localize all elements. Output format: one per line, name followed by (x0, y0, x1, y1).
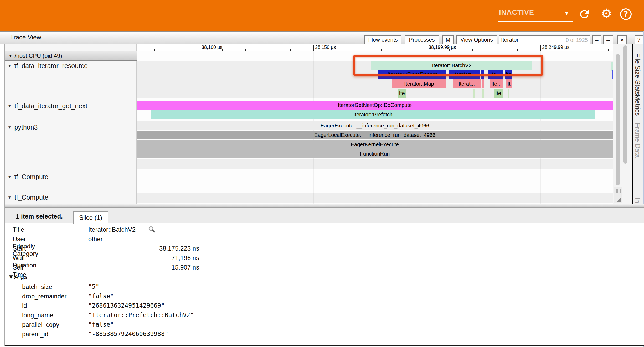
search-input[interactable]: Iterator 0 of 1925 (499, 35, 590, 44)
timeline-canvas[interactable]: Iterator::BatchV2 Iterator::FiniteRepeat… (137, 51, 613, 204)
dropdown-underline (498, 21, 573, 22)
bottom-border (5, 345, 644, 346)
vertical-scrollbar[interactable] (616, 54, 620, 185)
chevron-down-icon: ▾ (8, 195, 11, 200)
ruler-label: 38,249.99 µs (542, 45, 569, 50)
chevron-down-icon: ▾ (565, 9, 568, 17)
major-tick (313, 45, 314, 51)
ruler-label: 38,150 µs (315, 45, 336, 50)
sidebar-item-track-tfcompute2[interactable]: ▾tf_Compute (8, 194, 48, 201)
event-pink-it[interactable]: It (506, 79, 512, 88)
chevron-down-icon: ▾ (8, 174, 11, 179)
selection-summary: 1 item selected. (16, 213, 63, 220)
event-eagerexecute[interactable]: EagerExecute: __inference_run_dataset_49… (137, 121, 613, 130)
grip-dots-icon (615, 189, 621, 193)
event-sliver[interactable] (611, 62, 613, 71)
search-result-count: 0 of 1925 (566, 37, 588, 43)
status-label: INACTIVE (499, 8, 534, 17)
event-green-thin[interactable] (473, 89, 475, 98)
outer-vertical-scrollbar[interactable] (623, 45, 627, 164)
tab-input-truncated[interactable]: In (634, 198, 641, 203)
horizontal-splitter[interactable] (5, 204, 644, 208)
toolbar-help-button[interactable]: ? (635, 35, 643, 44)
track-name-panel: ▾tf_data_iterator_resource ▾tf_data_iter… (5, 44, 137, 204)
event-pink-small[interactable] (482, 79, 484, 88)
find-next-button[interactable]: → (603, 35, 613, 44)
page-title: Trace View (10, 34, 41, 41)
track-bg-row (137, 159, 613, 169)
view-options-button[interactable]: View Options (456, 35, 497, 44)
help-icon[interactable]: ? (620, 8, 632, 20)
sidebar-item-track-python3[interactable]: ▾python3 (8, 123, 38, 131)
args-toggle[interactable]: ▼Args (8, 273, 27, 281)
grip-triangle-icon (617, 198, 621, 202)
ruler-label: 38,199.99 µs (429, 45, 456, 50)
flow-events-button[interactable]: Flow events (364, 35, 401, 44)
tab-file-size-stats[interactable]: File Size Stats (634, 53, 641, 95)
event-eagerlocalexecute[interactable]: EagerLocalExecute: __inference_run_datas… (137, 131, 613, 139)
major-tick (427, 45, 427, 51)
event-green-thin[interactable] (508, 89, 509, 98)
selection-highlight-box (353, 55, 543, 76)
track-bg-row (137, 193, 613, 203)
right-tab-sidebar: File Size Stats Metrics Frame Data In (633, 44, 643, 204)
event-prefetch[interactable]: Iterator::Prefetch (151, 110, 595, 119)
magnifier-icon[interactable] (148, 225, 156, 235)
scrollbar-gutter (613, 44, 632, 204)
ruler-label: 38,100 µs (202, 45, 222, 50)
refresh-icon[interactable] (578, 8, 591, 20)
event-green-ite[interactable]: Ite (398, 89, 406, 98)
sidebar-item-track-resource[interactable]: ▾tf_data_iterator_resource (8, 62, 88, 70)
major-tick (540, 45, 541, 51)
event-eagerkernelexecute[interactable]: EagerKernelExecute (137, 140, 613, 149)
sidebar-item-track-tfcompute1[interactable]: ▾tf_Compute (8, 173, 48, 181)
event-getnext-docompute[interactable]: IteratorGetNextOp::DoCompute (137, 101, 613, 110)
major-tick (200, 45, 200, 51)
process-name: ▾/host:CPU (pid 49) (9, 53, 62, 59)
find-prev-button[interactable]: ← (592, 35, 601, 44)
top-app-bar: INACTIVE ▾ ⚙ ? (0, 0, 644, 31)
tab-metrics[interactable]: Metrics (634, 95, 641, 116)
metadata-button[interactable]: M (442, 35, 454, 44)
event-pink-ite[interactable]: Ite... (490, 79, 503, 88)
sidebar-item-track-getnext[interactable]: ▾tf_data_iterator_get_next (8, 102, 87, 110)
search-value: Iterator (501, 37, 519, 43)
expand-button[interactable]: » (617, 35, 627, 44)
chevron-down-icon: ▾ (9, 54, 12, 58)
time-ruler[interactable]: 38,100 µs 38,150 µs 38,199.99 µs 38,249.… (137, 44, 613, 51)
event-pink-iterat[interactable]: Iterat... (453, 79, 481, 88)
tab-slice[interactable]: Slice (1) (73, 211, 108, 224)
event-green-thin[interactable] (482, 89, 484, 98)
event-green-ite2[interactable]: Ite (494, 89, 503, 98)
details-panel: 1 item selected. Slice (1) Title Iterato… (5, 208, 644, 345)
capture-status-dropdown[interactable]: INACTIVE ▾ (498, 6, 573, 22)
chevron-down-icon: ▾ (8, 63, 11, 68)
tab-frame-data[interactable]: Frame Data (634, 123, 641, 158)
chevron-down-icon: ▾ (8, 125, 11, 130)
event-functionrun[interactable]: FunctionRun (137, 149, 613, 158)
gear-icon[interactable]: ⚙ (600, 6, 613, 21)
event-map[interactable]: Iterator::Map (392, 79, 446, 88)
processes-button[interactable]: Processes (405, 35, 439, 44)
resize-grip[interactable] (614, 187, 622, 203)
trace-viewer-app: INACTIVE ▾ ⚙ ? Trace View Flow events Pr… (0, 0, 644, 347)
chevron-down-icon: ▾ (8, 103, 11, 108)
